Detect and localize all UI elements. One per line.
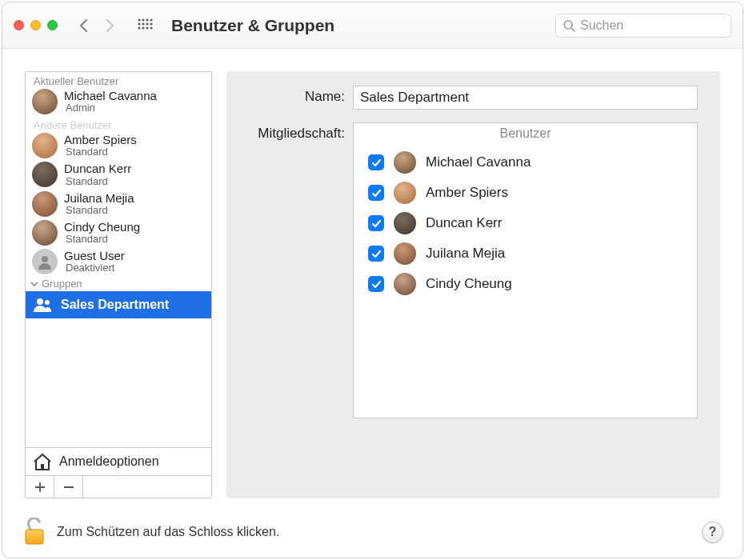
user-role: Standard bbox=[64, 205, 134, 217]
user-name: Michael Cavanna bbox=[64, 89, 157, 102]
minimize-window-button[interactable] bbox=[30, 20, 41, 30]
member-checkbox[interactable] bbox=[368, 276, 384, 292]
section-groups: Gruppen bbox=[26, 276, 211, 291]
user-name: Amber Spiers bbox=[64, 133, 137, 146]
show-all-prefs-button[interactable] bbox=[133, 14, 157, 38]
avatar bbox=[32, 89, 58, 114]
add-button[interactable] bbox=[26, 476, 54, 498]
house-icon bbox=[32, 453, 53, 470]
svg-point-1 bbox=[142, 18, 144, 21]
svg-point-8 bbox=[138, 26, 140, 29]
avatar bbox=[394, 212, 416, 234]
group-name-input[interactable] bbox=[353, 86, 698, 110]
member-checkbox[interactable] bbox=[368, 215, 384, 231]
content-area: Aktueller Benutzer Michael Cavanna Admin… bbox=[2, 49, 743, 506]
user-role: Standard bbox=[64, 146, 137, 158]
member-checkbox[interactable] bbox=[368, 154, 384, 170]
user-role: Admin bbox=[64, 102, 157, 114]
add-remove-bar bbox=[26, 475, 211, 498]
sidebar-user[interactable]: Duncan Kerr Standard bbox=[26, 160, 211, 189]
user-role: Deaktiviert bbox=[64, 262, 125, 274]
avatar bbox=[394, 182, 416, 204]
svg-point-4 bbox=[138, 22, 140, 25]
plus-icon bbox=[34, 482, 46, 493]
sidebar-group-sales[interactable]: Sales Department bbox=[26, 291, 211, 318]
user-role: Standard bbox=[64, 176, 131, 188]
svg-point-3 bbox=[150, 18, 152, 21]
forward-button[interactable] bbox=[98, 14, 122, 38]
avatar bbox=[32, 162, 58, 187]
avatar bbox=[394, 242, 416, 265]
member-checkbox[interactable] bbox=[368, 185, 384, 201]
member-row[interactable]: Cindy Cheung bbox=[368, 269, 683, 299]
lock-text: Zum Schützen auf das Schloss klicken. bbox=[57, 525, 279, 539]
user-name: Guest User bbox=[64, 249, 125, 262]
sidebar-user[interactable]: Juilana Mejia Standard bbox=[26, 190, 211, 218]
membership-table: Benutzer Michael Cavanna Amber Spiers bbox=[353, 122, 698, 418]
member-checkbox[interactable] bbox=[368, 246, 384, 262]
svg-point-9 bbox=[142, 26, 144, 29]
membership-label: Mitgliedschaft: bbox=[249, 122, 353, 142]
svg-point-5 bbox=[142, 22, 144, 25]
member-row[interactable]: Amber Spiers bbox=[368, 178, 683, 208]
svg-rect-17 bbox=[41, 464, 44, 470]
member-row[interactable]: Juilana Mejia bbox=[368, 238, 683, 269]
member-row[interactable]: Michael Cavanna bbox=[368, 147, 683, 178]
svg-line-13 bbox=[571, 28, 575, 31]
preferences-window: Benutzer & Gruppen Suchen Aktueller Benu… bbox=[2, 2, 743, 558]
sidebar-user-current[interactable]: Michael Cavanna Admin bbox=[26, 87, 211, 116]
svg-point-10 bbox=[146, 26, 148, 29]
sidebar-user[interactable]: Amber Spiers Standard bbox=[26, 131, 211, 160]
titlebar: Benutzer & Gruppen Suchen bbox=[2, 2, 743, 49]
avatar bbox=[32, 249, 58, 274]
svg-point-15 bbox=[37, 298, 43, 305]
member-row[interactable]: Duncan Kerr bbox=[368, 208, 683, 238]
svg-point-7 bbox=[150, 22, 152, 25]
search-placeholder: Suchen bbox=[580, 18, 623, 33]
member-name: Juilana Mejia bbox=[426, 246, 505, 262]
svg-point-11 bbox=[150, 26, 152, 29]
remove-button[interactable] bbox=[54, 476, 83, 498]
avatar bbox=[32, 191, 58, 217]
user-name: Duncan Kerr bbox=[64, 162, 131, 175]
search-field[interactable]: Suchen bbox=[555, 14, 731, 38]
user-name: Cindy Cheung bbox=[64, 220, 140, 234]
nav-buttons bbox=[72, 14, 122, 38]
users-sidebar: Aktueller Benutzer Michael Cavanna Admin… bbox=[25, 71, 212, 498]
login-options-label: Anmeldeoptionen bbox=[59, 454, 159, 469]
section-current-user: Aktueller Benutzer bbox=[26, 72, 211, 87]
window-controls bbox=[14, 20, 58, 30]
group-icon bbox=[32, 296, 54, 314]
search-icon bbox=[563, 19, 575, 32]
help-button[interactable]: ? bbox=[702, 522, 723, 543]
back-button[interactable] bbox=[72, 14, 96, 38]
lock-control[interactable]: Zum Schützen auf das Schloss klicken. bbox=[22, 518, 279, 546]
detail-pane: Name: Mitgliedschaft: Benutzer Michael C… bbox=[226, 71, 720, 498]
svg-point-6 bbox=[146, 22, 148, 25]
member-name: Duncan Kerr bbox=[426, 215, 502, 231]
svg-point-2 bbox=[146, 18, 148, 21]
member-name: Amber Spiers bbox=[426, 185, 508, 201]
name-label: Name: bbox=[249, 86, 353, 105]
sidebar-user-guest[interactable]: Guest User Deaktiviert bbox=[26, 247, 211, 276]
svg-point-14 bbox=[42, 256, 48, 262]
user-name: Juilana Mejia bbox=[64, 191, 134, 205]
svg-rect-18 bbox=[26, 530, 43, 544]
window-title: Benutzer & Gruppen bbox=[171, 16, 555, 35]
close-window-button[interactable] bbox=[14, 20, 24, 30]
section-other-users: Andere Benutzer bbox=[26, 116, 211, 131]
avatar bbox=[32, 220, 58, 246]
svg-point-0 bbox=[138, 18, 140, 21]
member-name: Cindy Cheung bbox=[426, 276, 512, 292]
membership-column-header: Benutzer bbox=[354, 123, 697, 147]
avatar bbox=[394, 273, 416, 295]
svg-point-16 bbox=[45, 300, 50, 305]
chevron-down-icon bbox=[30, 280, 38, 288]
avatar bbox=[394, 151, 416, 174]
sidebar-user[interactable]: Cindy Cheung Standard bbox=[26, 218, 211, 247]
footer: Zum Schützen auf das Schloss klicken. ? bbox=[2, 506, 743, 558]
unlocked-padlock-icon bbox=[22, 518, 47, 546]
group-name: Sales Department bbox=[61, 298, 169, 312]
login-options-button[interactable]: Anmeldeoptionen bbox=[26, 447, 211, 475]
zoom-window-button[interactable] bbox=[47, 20, 58, 30]
